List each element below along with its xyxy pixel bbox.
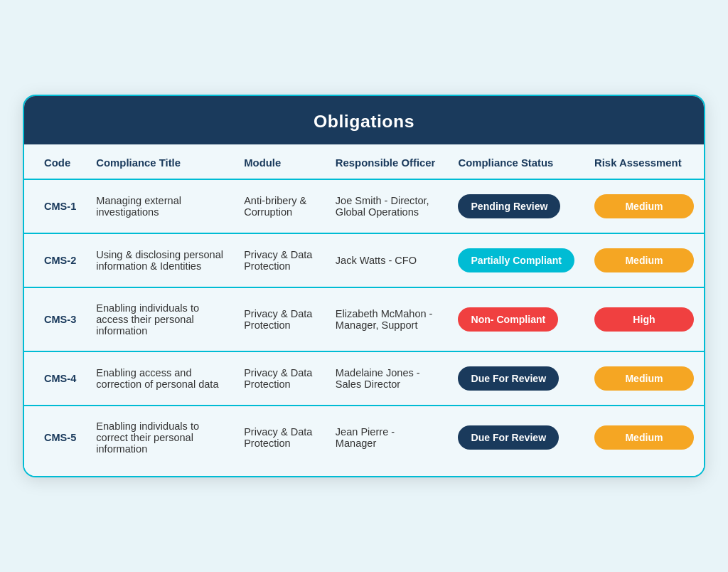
cell-compliance-title-4: Enabling individuals to correct their pe… <box>86 406 234 469</box>
cell-officer-1: Jack Watts - CFO <box>326 233 449 287</box>
cell-code-4: CMS-5 <box>24 406 86 469</box>
col-header-compliance-title: Compliance Title <box>86 144 234 179</box>
cell-module-1: Privacy & Data Protection <box>234 233 326 287</box>
col-header-responsible-officer: Responsible Officer <box>326 144 449 179</box>
cell-module-4: Privacy & Data Protection <box>234 406 326 469</box>
status-badge-3: Due For Review <box>458 366 559 391</box>
cell-officer-3: Madelaine Jones - Sales Director <box>326 351 449 406</box>
col-header-risk-assessment: Risk Assessment <box>584 144 704 179</box>
status-badge-1: Partially Compliant <box>458 248 574 272</box>
table-container: Code Compliance Title Module Responsible… <box>24 144 704 476</box>
cell-module-2: Privacy & Data Protection <box>234 287 326 351</box>
table-row: CMS-2 Using & disclosing personal inform… <box>24 233 704 287</box>
cell-risk-4: Medium <box>584 406 704 469</box>
obligations-card: Obligations Code Compliance Title Module… <box>23 95 705 477</box>
status-badge-2: Non- Compliant <box>458 307 558 332</box>
status-badge-4: Due For Review <box>458 425 559 450</box>
cell-risk-0: Medium <box>584 179 704 233</box>
cell-status-4: Due For Review <box>448 406 584 469</box>
cell-code-2: CMS-3 <box>24 287 86 351</box>
col-header-compliance-status: Compliance Status <box>448 144 584 179</box>
cell-status-0: Pending Review <box>448 179 584 233</box>
table-header-row: Code Compliance Title Module Responsible… <box>24 144 704 179</box>
cell-risk-3: Medium <box>584 351 704 406</box>
risk-badge-4: Medium <box>594 425 694 450</box>
cell-module-3: Privacy & Data Protection <box>234 351 326 406</box>
table-row: CMS-3 Enabling individuals to access the… <box>24 287 704 351</box>
risk-badge-2: High <box>594 307 694 332</box>
card-header: Obligations <box>24 96 704 144</box>
col-header-code: Code <box>24 144 86 179</box>
cell-code-1: CMS-2 <box>24 233 86 287</box>
page-title: Obligations <box>24 112 704 132</box>
col-header-module: Module <box>234 144 326 179</box>
cell-status-1: Partially Compliant <box>448 233 584 287</box>
cell-code-3: CMS-4 <box>24 351 86 406</box>
cell-compliance-title-3: Enabling access and correction of person… <box>86 351 234 406</box>
cell-status-3: Due For Review <box>448 351 584 406</box>
status-badge-0: Pending Review <box>458 194 560 218</box>
cell-compliance-title-0: Managing external investigations <box>86 179 234 233</box>
cell-officer-4: Jean Pierre - Manager <box>326 406 449 469</box>
cell-status-2: Non- Compliant <box>448 287 584 351</box>
cell-compliance-title-2: Enabling individuals to access their per… <box>86 287 234 351</box>
cell-risk-1: Medium <box>584 233 704 287</box>
cell-module-0: Anti-bribery & Corruption <box>234 179 326 233</box>
obligations-table: Code Compliance Title Module Responsible… <box>24 144 704 469</box>
cell-compliance-title-1: Using & disclosing personal information … <box>86 233 234 287</box>
table-row: CMS-4 Enabling access and correction of … <box>24 351 704 406</box>
risk-badge-1: Medium <box>594 248 694 272</box>
table-row: CMS-1 Managing external investigations A… <box>24 179 704 233</box>
risk-badge-3: Medium <box>594 366 694 391</box>
cell-officer-0: Joe Smith - Director, Global Operations <box>326 179 449 233</box>
risk-badge-0: Medium <box>594 194 694 218</box>
cell-officer-2: Elizabeth McMahon - Manager, Support <box>326 287 449 351</box>
cell-risk-2: High <box>584 287 704 351</box>
table-row: CMS-5 Enabling individuals to correct th… <box>24 406 704 469</box>
cell-code-0: CMS-1 <box>24 179 86 233</box>
